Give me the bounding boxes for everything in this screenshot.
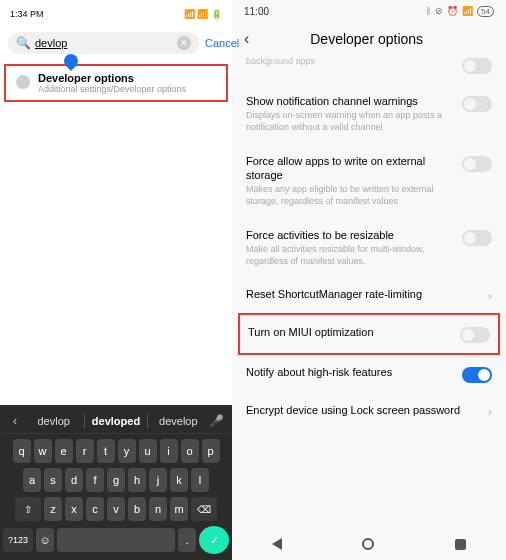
key-n[interactable]: n bbox=[149, 497, 167, 521]
key-v[interactable]: v bbox=[107, 497, 125, 521]
kb-row-1: q w e r t y u i o p bbox=[3, 439, 229, 463]
setting-item[interactable]: Show notification channel warnings Displ… bbox=[246, 84, 492, 144]
setting-item-miui-optimization[interactable]: Turn on MIUI optimization bbox=[238, 313, 500, 355]
key-j[interactable]: j bbox=[149, 468, 167, 492]
setting-item[interactable]: Notify about high-risk features bbox=[246, 355, 492, 393]
setting-desc: Displays on-screen warning when an app p… bbox=[246, 110, 454, 133]
key-l[interactable]: l bbox=[191, 468, 209, 492]
key-shift[interactable]: ⇧ bbox=[15, 497, 41, 521]
kb-row-4: ?123 ☺ . ✓ bbox=[3, 526, 229, 554]
settings-list: background apps Show notification channe… bbox=[232, 56, 506, 528]
battery-level: 54 bbox=[477, 6, 494, 17]
keyboard: ‹ devlop devloped develop 🎤 q w e r t y … bbox=[0, 405, 232, 560]
key-g[interactable]: g bbox=[107, 468, 125, 492]
setting-item[interactable]: Reset ShortcutManager rate-limiting › bbox=[246, 277, 492, 313]
search-icon: 🔍 bbox=[16, 36, 31, 50]
toggle-switch[interactable] bbox=[460, 327, 490, 343]
right-status-bar: 11:00 ᛒ ⊘ ⏰ 📶 54 bbox=[232, 0, 506, 22]
setting-title: Turn on MIUI optimization bbox=[248, 325, 452, 339]
setting-title: Encrypt device using Lock screen passwor… bbox=[246, 403, 480, 417]
key-q[interactable]: q bbox=[13, 439, 31, 463]
status-time: 11:00 bbox=[244, 6, 269, 17]
settings-icon bbox=[16, 75, 30, 89]
search-input[interactable] bbox=[35, 37, 173, 49]
suggestion[interactable]: develop bbox=[150, 413, 207, 429]
setting-desc: background apps bbox=[246, 56, 454, 67]
status-icons-right: 📶 📶 🔋 bbox=[184, 9, 222, 19]
key-c[interactable]: c bbox=[86, 497, 104, 521]
key-a[interactable]: a bbox=[23, 468, 41, 492]
back-icon[interactable]: ‹ bbox=[244, 30, 249, 48]
key-o[interactable]: o bbox=[181, 439, 199, 463]
setting-desc: Makes any app eligible to be written to … bbox=[246, 184, 454, 207]
toggle-switch[interactable] bbox=[462, 96, 492, 112]
key-k[interactable]: k bbox=[170, 468, 188, 492]
wifi-icon: 📶 bbox=[462, 6, 473, 16]
key-emoji[interactable]: ☺ bbox=[36, 528, 54, 552]
dnd-icon: ⊘ bbox=[435, 6, 443, 16]
key-y[interactable]: y bbox=[118, 439, 136, 463]
key-i[interactable]: i bbox=[160, 439, 178, 463]
page-header: ‹ Developer options bbox=[232, 22, 506, 56]
setting-title: Force allow apps to write on external st… bbox=[246, 154, 454, 183]
clear-icon[interactable]: ✕ bbox=[177, 36, 191, 50]
kb-row-3: ⇧ z x c v b n m ⌫ bbox=[3, 497, 229, 521]
key-e[interactable]: e bbox=[55, 439, 73, 463]
chevron-right-icon: › bbox=[488, 289, 492, 303]
result-title: Developer options bbox=[38, 72, 186, 84]
toggle-switch[interactable] bbox=[462, 367, 492, 383]
key-u[interactable]: u bbox=[139, 439, 157, 463]
key-p[interactable]: p bbox=[202, 439, 220, 463]
setting-title: Show notification channel warnings bbox=[246, 94, 454, 108]
key-backspace[interactable]: ⌫ bbox=[191, 497, 217, 521]
alarm-icon: ⏰ bbox=[447, 6, 458, 16]
key-z[interactable]: z bbox=[44, 497, 62, 521]
key-t[interactable]: t bbox=[97, 439, 115, 463]
setting-item[interactable]: Encrypt device using Lock screen passwor… bbox=[246, 393, 492, 429]
status-time: 1:34 PM bbox=[10, 9, 44, 19]
key-x[interactable]: x bbox=[65, 497, 83, 521]
suggestion[interactable]: devlop bbox=[25, 413, 82, 429]
cancel-button[interactable]: Cancel bbox=[205, 37, 239, 49]
nav-recents-icon[interactable] bbox=[455, 539, 466, 550]
key-b[interactable]: b bbox=[128, 497, 146, 521]
key-s[interactable]: s bbox=[44, 468, 62, 492]
nav-bar bbox=[232, 528, 506, 560]
toggle-switch[interactable] bbox=[462, 156, 492, 172]
mic-icon[interactable]: 🎤 bbox=[209, 414, 225, 428]
kb-row-2: a s d f g h j k l bbox=[3, 468, 229, 492]
key-space[interactable] bbox=[57, 528, 175, 552]
key-w[interactable]: w bbox=[34, 439, 52, 463]
key-symbols[interactable]: ?123 bbox=[3, 528, 33, 552]
search-result-item[interactable]: Developer options Additional settings/De… bbox=[4, 64, 228, 102]
kb-expand-icon[interactable]: ‹ bbox=[7, 414, 23, 428]
page-title: Developer options bbox=[257, 31, 476, 47]
setting-item[interactable]: background apps bbox=[246, 56, 492, 84]
key-enter[interactable]: ✓ bbox=[199, 526, 229, 554]
suggestion[interactable]: devloped bbox=[87, 413, 144, 429]
chevron-right-icon: › bbox=[488, 405, 492, 419]
search-box[interactable]: 🔍 ✕ bbox=[8, 32, 199, 54]
key-d[interactable]: d bbox=[65, 468, 83, 492]
left-status-bar: 1:34 PM 📶 📶 🔋 bbox=[0, 0, 232, 28]
setting-title: Notify about high-risk features bbox=[246, 365, 454, 379]
toggle-switch[interactable] bbox=[462, 58, 492, 74]
key-r[interactable]: r bbox=[76, 439, 94, 463]
setting-title: Reset ShortcutManager rate-limiting bbox=[246, 287, 480, 301]
setting-title: Force activities to be resizable bbox=[246, 228, 454, 242]
key-h[interactable]: h bbox=[128, 468, 146, 492]
result-subtitle: Additional settings/Developer options bbox=[38, 84, 186, 94]
nav-back-icon[interactable] bbox=[272, 538, 282, 550]
nav-home-icon[interactable] bbox=[362, 538, 374, 550]
setting-desc: Make all activities resizable for multi-… bbox=[246, 244, 454, 267]
toggle-switch[interactable] bbox=[462, 230, 492, 246]
setting-item[interactable]: Force allow apps to write on external st… bbox=[246, 144, 492, 218]
setting-item[interactable]: Force activities to be resizable Make al… bbox=[246, 218, 492, 278]
bluetooth-icon: ᛒ bbox=[426, 6, 431, 16]
key-dot[interactable]: . bbox=[178, 528, 196, 552]
key-f[interactable]: f bbox=[86, 468, 104, 492]
key-m[interactable]: m bbox=[170, 497, 188, 521]
